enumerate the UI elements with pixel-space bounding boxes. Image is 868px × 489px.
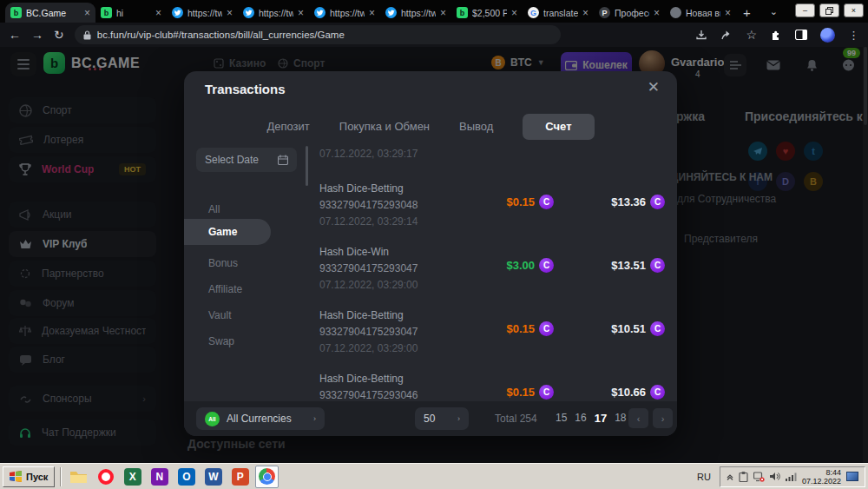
transaction-row[interactable]: Hash Dice-Betting 93327904175293046 $0.1… — [319, 371, 667, 401]
tab-close-icon[interactable]: × — [84, 8, 90, 18]
balance-value: $10.66 — [611, 386, 646, 399]
address-bar[interactable]: bc.fun/ru/vip-club#/transactions/bill/al… — [75, 25, 561, 44]
filter-all[interactable]: All — [208, 203, 220, 215]
onenote-icon[interactable]: N — [148, 466, 171, 488]
hidden-icons-chevron[interactable] — [727, 473, 733, 480]
opera-icon[interactable] — [94, 466, 117, 488]
transaction-row[interactable]: Hash Dice-Betting 93327904175293048 07.1… — [319, 181, 667, 236]
show-desktop-button[interactable] — [846, 472, 858, 481]
outlook-icon[interactable]: O — [174, 466, 198, 488]
share-icon[interactable] — [720, 29, 733, 41]
tab-close-icon[interactable]: × — [155, 8, 161, 18]
next-page-button[interactable]: › — [653, 408, 673, 428]
minimize-button[interactable]: – — [795, 3, 815, 17]
signal-bars-icon[interactable] — [786, 472, 797, 481]
page-number-current[interactable]: 17 — [595, 412, 607, 425]
browser-tab-twitter[interactable]: https://tw × — [380, 3, 451, 23]
install-icon[interactable] — [695, 29, 707, 41]
network-disconnected-icon[interactable] — [753, 472, 765, 482]
filter-affiliate[interactable]: Affiliate — [208, 283, 242, 295]
language-indicator[interactable]: RU — [693, 470, 715, 484]
browser-tab-bcgame[interactable]: b BC.Game × — [5, 3, 95, 23]
powerpoint-icon[interactable]: P — [228, 466, 252, 488]
tab-close-icon[interactable]: × — [440, 8, 446, 18]
tab-close-icon[interactable]: × — [511, 8, 517, 18]
word-icon[interactable]: W — [201, 466, 225, 488]
filter-game-label: Game — [208, 226, 237, 238]
select-date-button[interactable]: Select Date — [196, 148, 297, 172]
reload-button[interactable]: ↻ — [54, 29, 64, 41]
browser-tabstrip: b BC.Game × b hi × https://tw × https://… — [0, 0, 868, 23]
new-tab-button[interactable]: + — [736, 3, 758, 23]
url-text: bc.fun/ru/vip-club#/transactions/bill/al… — [97, 30, 345, 40]
modal-title: Transactions — [205, 82, 286, 96]
side-panel-icon[interactable] — [795, 30, 807, 40]
tab-label: https://tw — [330, 8, 365, 18]
browser-menu-icon[interactable]: ⋮ — [848, 29, 859, 42]
transaction-date: 07.12.2022, 03:29:00 — [319, 342, 418, 354]
tab-withdraw[interactable]: Вывод — [459, 114, 493, 140]
tab-bill[interactable]: Счет — [523, 114, 594, 140]
chrome-icon-active[interactable] — [255, 466, 279, 488]
tab-close-icon[interactable]: × — [369, 8, 375, 18]
filter-vault[interactable]: Vault — [208, 309, 231, 321]
transaction-row[interactable]: Hash Dice-Betting 93327904175293047 07.1… — [319, 307, 667, 363]
extensions-puzzle-icon[interactable] — [770, 29, 782, 41]
browser-tab-twitter[interactable]: https://tw × — [309, 3, 380, 23]
tab-close-icon[interactable]: × — [582, 8, 589, 18]
all-currencies-label: All Currencies — [227, 413, 306, 425]
prev-page-button[interactable]: ‹ — [628, 408, 648, 428]
tab-label: https://tw — [187, 8, 222, 18]
page-number[interactable]: 15 — [556, 412, 567, 425]
tab-search-chevron-icon[interactable]: ⌄ — [763, 2, 785, 22]
browser-tab-newtab[interactable]: Новая вк × — [665, 3, 736, 23]
tab-buy-swap[interactable]: Покупка и Обмен — [339, 114, 430, 140]
transaction-balance: $13.36 C — [611, 195, 665, 209]
transaction-row[interactable]: Hash Dice-Win 93327904175293047 07.12.20… — [319, 244, 667, 300]
browser-tab-twitter[interactable]: https://tw × — [167, 3, 238, 23]
clipboard-tray-icon[interactable] — [739, 472, 748, 482]
tab-close-icon[interactable]: × — [654, 8, 660, 18]
transaction-row-partial[interactable]: 07.12.2022, 03:29:17 — [319, 144, 667, 162]
transaction-balance: $10.51 C — [611, 321, 665, 336]
browser-profile-avatar[interactable] — [820, 28, 835, 43]
back-button[interactable]: ← — [9, 29, 21, 41]
speaker-icon[interactable] — [770, 472, 780, 481]
coin-icon: C — [650, 385, 665, 400]
system-tray: 8:44 07.12.2022 — [720, 466, 865, 487]
tab-close-icon[interactable]: × — [227, 8, 233, 18]
filter-game[interactable]: Game — [184, 219, 271, 245]
page-number[interactable]: 18 — [615, 412, 626, 425]
forward-button[interactable]: → — [31, 29, 43, 41]
bcgame-favicon: b — [10, 7, 22, 18]
all-currencies-selector[interactable]: All All Currencies › — [196, 407, 325, 430]
coin-icon: C — [539, 321, 554, 336]
filter-bonus[interactable]: Bonus — [208, 257, 238, 269]
select-date-label: Select Date — [205, 154, 259, 166]
browser-tab-profession[interactable]: P Профессо × — [594, 3, 665, 23]
file-explorer-icon[interactable] — [67, 466, 90, 488]
start-button[interactable]: Пуск — [3, 466, 55, 487]
browser-tab-translate[interactable]: G translate × — [523, 3, 594, 23]
tab-close-icon[interactable]: × — [298, 8, 304, 18]
amount-value: $0.15 — [506, 322, 535, 335]
restore-button[interactable] — [819, 3, 839, 17]
bookmark-star-icon[interactable]: ☆ — [746, 28, 757, 42]
page-number[interactable]: 16 — [575, 412, 586, 425]
browser-tab-promo[interactable]: b $2,500 Pr × — [451, 3, 523, 23]
close-window-button[interactable]: × — [844, 3, 864, 17]
calendar-icon — [278, 155, 288, 165]
tab-deposit[interactable]: Депозит — [266, 114, 309, 140]
list-scrollbar-thumb[interactable] — [306, 146, 308, 186]
bcgame-favicon: b — [101, 7, 112, 18]
tab-close-icon[interactable]: × — [725, 8, 731, 18]
transaction-name: Hash Dice-Betting — [319, 182, 404, 195]
filter-swap[interactable]: Swap — [208, 335, 234, 347]
excel-icon[interactable]: X — [121, 466, 144, 488]
browser-tab-hi[interactable]: b hi × — [95, 3, 167, 23]
transaction-balance: $13.51 C — [611, 258, 665, 273]
browser-tab-twitter[interactable]: https://tw × — [238, 3, 309, 23]
modal-close-icon[interactable]: ✕ — [648, 80, 660, 95]
page-size-selector[interactable]: 50 › — [415, 407, 469, 430]
windows-logo-icon — [10, 471, 22, 482]
